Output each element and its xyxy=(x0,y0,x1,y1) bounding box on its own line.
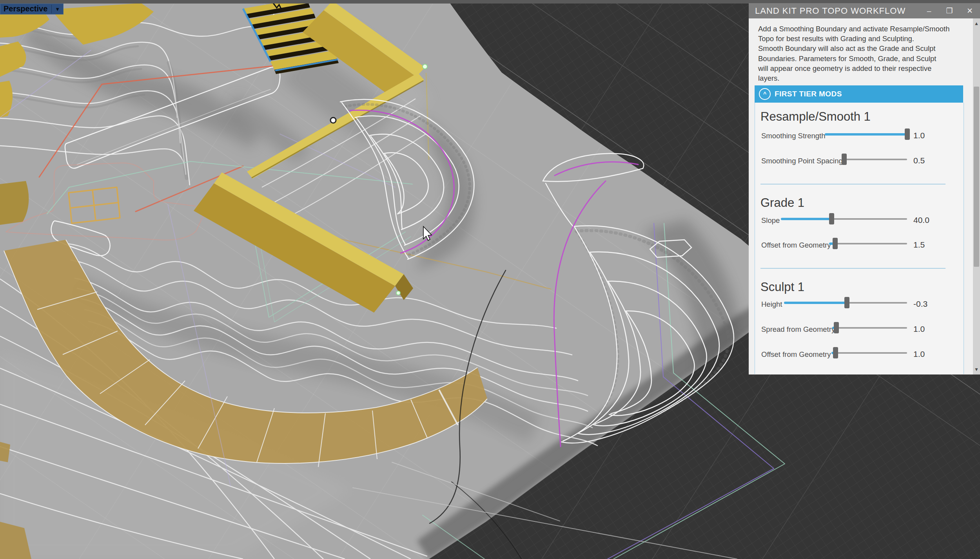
viewport-dropdown-icon[interactable]: ▼ xyxy=(52,6,63,12)
group-title-sculpt: Sculpt 1 xyxy=(760,280,804,294)
slider-offset-from-geometry-sculpt[interactable]: Offset from Geometry 1.0 xyxy=(761,347,942,360)
slider-thumb[interactable] xyxy=(844,297,849,308)
slider-offset-from-geometry-grade[interactable]: Offset from Geometry 1.5 xyxy=(761,238,942,251)
panel-scrollbar[interactable]: ▲ ▼ xyxy=(973,18,980,374)
panel-description: Add a Smoothing Boundary and activate Re… xyxy=(758,24,970,83)
rhino-application-window: Perspective ▼ LAND KIT PRO TOPO WORKFLOW… xyxy=(0,0,980,559)
maximize-button[interactable]: ❐ xyxy=(939,6,960,15)
green-point-marker-2 xyxy=(396,291,400,295)
scroll-up-arrow[interactable]: ▲ xyxy=(973,21,980,26)
divider xyxy=(760,184,946,185)
panel-title: LAND KIT PRO TOPO WORKFLOW xyxy=(755,6,919,16)
slider-thumb[interactable] xyxy=(905,128,910,140)
slider-slope[interactable]: Slope 40.0 xyxy=(761,213,942,226)
panel-titlebar[interactable]: LAND KIT PRO TOPO WORKFLOW – ❐ ✕ xyxy=(749,3,980,18)
close-button[interactable]: ✕ xyxy=(960,6,980,15)
first-tier-mods-header[interactable]: ^ FIRST TIER MODS xyxy=(755,85,963,103)
slider-thumb[interactable] xyxy=(842,154,847,165)
slider-thumb[interactable] xyxy=(833,238,838,249)
slider-thumb[interactable] xyxy=(833,347,838,358)
land-kit-panel: LAND KIT PRO TOPO WORKFLOW – ❐ ✕ Add a S… xyxy=(749,3,980,374)
divider xyxy=(760,268,946,269)
panel-body: Add a Smoothing Boundary and activate Re… xyxy=(749,18,973,374)
viewport-label: Perspective xyxy=(0,4,51,14)
group-title-grade: Grade 1 xyxy=(760,196,804,210)
minimize-button[interactable]: – xyxy=(919,7,939,15)
scroll-down-arrow[interactable]: ▼ xyxy=(973,367,980,372)
viewport-label-tab[interactable]: Perspective ▼ xyxy=(0,4,64,14)
scrollbar-thumb[interactable] xyxy=(974,87,979,267)
white-point-marker xyxy=(330,118,336,123)
slider-thumb[interactable] xyxy=(834,322,839,333)
group-title-resample: Resample/Smooth 1 xyxy=(760,110,871,124)
slider-smoothing-point-spacing[interactable]: Smoothing Point Spacing 0.5 xyxy=(761,154,942,167)
green-point-marker-1 xyxy=(423,64,427,69)
slider-spread-from-geometry[interactable]: Spread from Geometry 1.0 xyxy=(761,322,942,335)
slider-height[interactable]: Height -0.3 xyxy=(761,297,942,310)
slider-smoothing-strength[interactable]: Smoothing Strength 1.0 xyxy=(761,128,942,142)
chevron-up-icon[interactable]: ^ xyxy=(759,88,771,100)
slider-thumb[interactable] xyxy=(829,213,834,224)
